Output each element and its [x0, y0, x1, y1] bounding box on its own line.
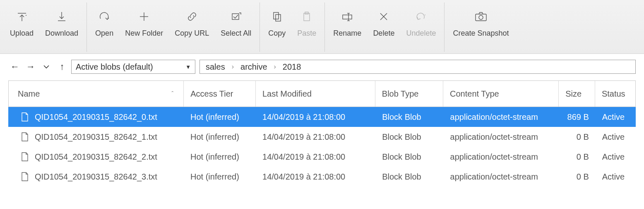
col-modified[interactable]: Last Modified: [256, 81, 375, 107]
table-row[interactable]: QID1054_20190315_82642_1.txt Hot (inferr…: [8, 127, 636, 147]
cell-tier: Hot (inferred): [184, 152, 256, 162]
file-icon: [21, 152, 30, 162]
cell-name: QID1054_20190315_82642_3.txt: [35, 172, 157, 182]
col-size[interactable]: Size: [559, 81, 595, 107]
download-label: Download: [45, 29, 78, 38]
delete-icon: [377, 7, 391, 27]
cell-tier: Hot (inferred): [184, 132, 256, 142]
paste-icon: [300, 7, 314, 27]
svg-rect-12: [343, 15, 352, 19]
breadcrumb-separator-icon: ›: [274, 63, 276, 70]
copy-button[interactable]: Copy: [262, 2, 291, 52]
open-label: Open: [95, 29, 113, 38]
cell-ctype: application/octet-stream: [444, 112, 560, 122]
cell-modified: 14/04/2019 à 21:08:00: [256, 132, 375, 142]
open-button[interactable]: Open: [89, 2, 119, 52]
cell-status: Active: [596, 172, 636, 182]
blob-table: Name ˆ Access Tier Last Modified Blob Ty…: [8, 80, 636, 187]
table-body: QID1054_20190315_82642_0.txt Hot (inferr…: [8, 107, 636, 187]
cell-modified: 14/04/2019 à 21:08:00: [256, 172, 375, 182]
blob-filter-dropdown[interactable]: Active blobs (default) ▼: [71, 60, 195, 74]
copy-url-button[interactable]: Copy URL: [169, 2, 215, 52]
cell-status: Active: [596, 152, 636, 162]
cell-status: Active: [596, 132, 636, 142]
nav-down-icon[interactable]: [41, 62, 51, 72]
breadcrumb-segment-2[interactable]: 2018: [283, 62, 301, 72]
copy-url-label: Copy URL: [175, 29, 209, 38]
rename-button[interactable]: Rename: [327, 2, 367, 52]
col-status-label: Status: [602, 89, 625, 99]
blob-filter-value: Active blobs (default): [76, 62, 153, 72]
toolbar: Upload Download Open New Folder Copy: [0, 0, 644, 54]
upload-label: Upload: [10, 29, 34, 38]
cell-modified: 14/04/2019 à 21:08:00: [256, 112, 375, 122]
create-snapshot-button[interactable]: Create Snapshot: [447, 2, 514, 52]
cell-name: QID1054_20190315_82642_1.txt: [35, 132, 157, 142]
svg-point-2: [26, 15, 26, 16]
link-icon: [185, 7, 199, 27]
toolbar-group-transfer: Upload Download: [2, 2, 87, 52]
svg-rect-10: [304, 13, 310, 21]
rename-label: Rename: [333, 29, 361, 38]
col-blob[interactable]: Blob Type: [375, 81, 443, 107]
open-icon: [97, 7, 111, 27]
select-all-button[interactable]: Select All: [215, 2, 257, 52]
col-ctype[interactable]: Content Type: [443, 81, 559, 107]
breadcrumb-separator-icon: ›: [232, 63, 234, 70]
svg-point-18: [425, 15, 425, 15]
col-size-label: Size: [565, 89, 582, 99]
cell-size: 869 B: [559, 112, 596, 122]
nav-arrows: ← → ↑: [10, 62, 67, 72]
nav-back-icon[interactable]: ←: [10, 62, 20, 72]
table-row[interactable]: QID1054_20190315_82642_3.txt Hot (inferr…: [8, 167, 636, 187]
cell-size: 0 B: [559, 172, 596, 182]
download-button[interactable]: Download: [39, 2, 84, 52]
breadcrumb-segment-1[interactable]: archive: [240, 62, 267, 72]
toolbar-group-clipboard: Copy Paste: [260, 2, 325, 52]
upload-button[interactable]: Upload: [4, 2, 39, 52]
undelete-button: Undelete: [400, 2, 442, 52]
cell-modified: 14/04/2019 à 21:08:00: [256, 152, 375, 162]
delete-button[interactable]: Delete: [367, 2, 400, 52]
paste-label: Paste: [297, 29, 316, 38]
new-folder-label: New Folder: [125, 29, 163, 38]
col-name-label: Name: [18, 89, 40, 99]
cell-size: 0 B: [559, 132, 596, 142]
camera-icon: [473, 7, 489, 27]
breadcrumb-segment-0[interactable]: sales: [206, 62, 225, 72]
paste-button: Paste: [291, 2, 322, 52]
delete-label: Delete: [373, 29, 394, 38]
cell-blob: Block Blob: [375, 152, 443, 162]
new-folder-icon: [137, 7, 151, 27]
col-tier[interactable]: Access Tier: [184, 81, 256, 107]
new-folder-button[interactable]: New Folder: [119, 2, 169, 52]
nav-up-icon[interactable]: ↑: [57, 62, 67, 72]
select-all-label: Select All: [221, 29, 251, 38]
cell-ctype: application/octet-stream: [444, 172, 560, 182]
cell-name: QID1054_20190315_82642_0.txt: [35, 112, 157, 122]
select-all-icon: [229, 7, 243, 27]
nav-forward-icon[interactable]: →: [26, 62, 36, 72]
svg-point-20: [479, 15, 483, 19]
copy-icon: [270, 7, 284, 27]
cell-blob: Block Blob: [375, 112, 443, 122]
svg-rect-8: [274, 12, 279, 19]
cell-ctype: application/octet-stream: [444, 132, 560, 142]
svg-rect-7: [232, 14, 239, 19]
cell-name: QID1054_20190315_82642_2.txt: [35, 152, 157, 162]
cell-tier: Hot (inferred): [184, 172, 256, 182]
col-blob-label: Blob Type: [382, 89, 419, 99]
col-name[interactable]: Name ˆ: [9, 81, 184, 107]
table-row[interactable]: QID1054_20190315_82642_0.txt Hot (inferr…: [8, 107, 636, 127]
toolbar-group-modify: Rename Delete Undelete: [325, 2, 445, 52]
cell-ctype: application/octet-stream: [444, 152, 560, 162]
toolbar-group-snapshot: Create Snapshot: [445, 2, 517, 52]
cell-tier: Hot (inferred): [184, 112, 256, 122]
col-status[interactable]: Status: [595, 81, 635, 107]
cell-status: Active: [596, 112, 636, 122]
table-row[interactable]: QID1054_20190315_82642_2.txt Hot (inferr…: [8, 147, 636, 167]
col-tier-label: Access Tier: [190, 89, 233, 99]
col-ctype-label: Content Type: [450, 89, 499, 99]
cell-blob: Block Blob: [375, 132, 443, 142]
download-icon: [55, 7, 69, 27]
